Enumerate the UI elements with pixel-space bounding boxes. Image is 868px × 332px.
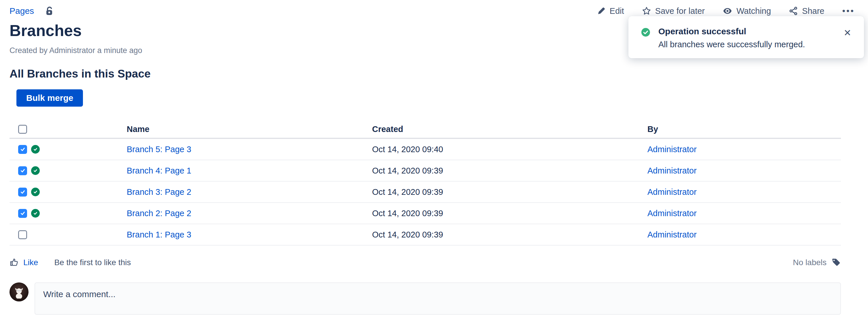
branch-created-date: Oct 14, 2020 09:40 — [372, 138, 647, 160]
row-checkbox[interactable] — [18, 209, 27, 218]
table-row: Branch 3: Page 2 Oct 14, 2020 09:39 Admi… — [9, 181, 841, 203]
branch-name-link[interactable]: Branch 4: Page 1 — [127, 166, 191, 175]
edit-button[interactable]: Edit — [597, 6, 624, 16]
watching-button[interactable]: Watching — [722, 6, 771, 16]
table-row: Branch 1: Page 3 Oct 14, 2020 09:39 Admi… — [9, 224, 841, 245]
more-actions-button[interactable]: ••• — [842, 6, 855, 16]
branch-name-link[interactable]: Branch 2: Page 2 — [127, 209, 191, 218]
branch-author-link[interactable]: Administrator — [647, 230, 696, 239]
star-icon — [642, 6, 651, 16]
close-icon[interactable]: ✕ — [842, 27, 852, 39]
section-heading: All Branches in this Space — [9, 67, 151, 80]
label-tag-icon[interactable] — [831, 258, 841, 267]
branch-created-date: Oct 14, 2020 09:39 — [372, 160, 647, 181]
branch-created-date: Oct 14, 2020 09:39 — [372, 224, 647, 245]
branch-created-date: Oct 14, 2020 09:39 — [372, 203, 647, 224]
merged-check-icon — [31, 188, 40, 196]
no-labels-text: No labels — [793, 258, 827, 267]
column-header-by: By — [647, 120, 841, 138]
merged-check-icon — [31, 145, 40, 154]
page-footer: Like Be the first to like this No labels — [9, 255, 841, 270]
table-row: Branch 4: Page 1 Oct 14, 2020 09:39 Admi… — [9, 160, 841, 181]
breadcrumb: Pages — [9, 6, 54, 16]
page-actions: Edit Save for later Watching — [597, 6, 855, 16]
like-button[interactable]: Like — [23, 258, 38, 267]
column-header-created: Created — [372, 120, 647, 138]
user-avatar[interactable] — [9, 282, 29, 301]
branch-author-link[interactable]: Administrator — [647, 209, 696, 218]
eye-icon — [722, 6, 732, 16]
success-toast: Operation successful All branches were s… — [628, 16, 864, 58]
branch-name-link[interactable]: Branch 5: Page 3 — [127, 145, 191, 154]
row-checkbox[interactable] — [18, 145, 27, 154]
comment-input[interactable]: Write a comment... — [35, 282, 841, 315]
branch-author-link[interactable]: Administrator — [647, 145, 696, 154]
pencil-icon — [597, 7, 606, 15]
branch-name-link[interactable]: Branch 3: Page 2 — [127, 187, 191, 197]
save-for-later-button[interactable]: Save for later — [642, 6, 705, 16]
share-icon — [789, 6, 798, 16]
branch-created-date: Oct 14, 2020 09:39 — [372, 181, 647, 203]
share-button[interactable]: Share — [789, 6, 824, 16]
page-byline: Created by Administrator a minute ago — [9, 46, 142, 55]
toast-title: Operation successful — [658, 27, 842, 36]
branch-name-link[interactable]: Branch 1: Page 3 — [127, 230, 191, 239]
row-checkbox[interactable] — [18, 230, 27, 239]
row-checkbox[interactable] — [18, 166, 27, 175]
merged-check-icon — [31, 209, 40, 218]
comment-section: Write a comment... — [9, 282, 841, 315]
table-header-row: Name Created By — [9, 120, 841, 138]
breadcrumb-pages-link[interactable]: Pages — [9, 6, 34, 16]
page-title: Branches — [9, 21, 82, 40]
bulk-merge-button[interactable]: Bulk merge — [17, 89, 83, 107]
row-checkbox[interactable] — [18, 188, 27, 197]
select-all-checkbox[interactable] — [18, 125, 27, 134]
column-header-name: Name — [127, 120, 372, 138]
branch-author-link[interactable]: Administrator — [647, 166, 696, 175]
table-row: Branch 5: Page 3 Oct 14, 2020 09:40 Admi… — [9, 138, 841, 160]
merged-check-icon — [31, 166, 40, 175]
branches-table: Name Created By Branch 5: Page 3 Oct 14,… — [9, 120, 841, 245]
table-row: Branch 2: Page 2 Oct 14, 2020 09:39 Admi… — [9, 203, 841, 224]
thumbs-up-icon[interactable] — [9, 258, 19, 267]
toast-message: All branches were successfully merged. — [658, 40, 842, 49]
branch-author-link[interactable]: Administrator — [647, 187, 696, 197]
like-hint-text: Be the first to like this — [54, 258, 131, 267]
success-check-icon — [641, 28, 650, 38]
unlocked-icon[interactable] — [44, 6, 54, 16]
